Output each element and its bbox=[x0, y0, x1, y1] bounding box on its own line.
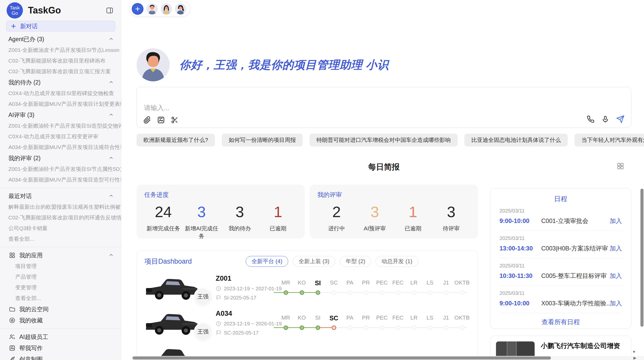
add-agent-button[interactable] bbox=[132, 3, 143, 15]
milestone-dot-pending bbox=[396, 325, 400, 330]
project-media: 王强 bbox=[144, 273, 209, 302]
screenshot-button[interactable] bbox=[171, 116, 179, 124]
ai-super-staff-label: AI超级员工 bbox=[19, 333, 48, 341]
sidebar-item-my-apps[interactable]: 我的应用 bbox=[0, 250, 121, 261]
milestone-label: PEC bbox=[376, 279, 388, 286]
stats-row: 任务进度 24 新增完成任务 3 新增AI完成任务 3 bbox=[137, 185, 478, 238]
input-tools-right bbox=[587, 115, 624, 123]
agent-avatar-1[interactable] bbox=[147, 3, 158, 14]
view-all-schedule-link[interactable]: 查看所有日程 bbox=[500, 318, 622, 326]
truck-image bbox=[144, 308, 199, 337]
section-label: Agent已办 (3) bbox=[8, 35, 44, 43]
stat-value: 3 bbox=[432, 201, 470, 223]
sidebar-item-product-management[interactable]: 产品管理 bbox=[0, 272, 121, 282]
section-header-recent-chats[interactable]: 最近对话 bbox=[0, 190, 121, 202]
join-button[interactable]: 加入 bbox=[610, 244, 622, 252]
suggestion-chip[interactable]: 当下年轻人对汽车外观有怎样的喜好趋势 bbox=[575, 134, 644, 146]
sidebar-item-creative-drawing[interactable]: 创意制图 bbox=[0, 354, 121, 360]
section-header-agent-done[interactable]: Agent已办 (3) bbox=[0, 34, 121, 45]
send-button[interactable] bbox=[616, 115, 624, 123]
chevron-up-icon bbox=[108, 36, 114, 42]
attach-file-button[interactable] bbox=[143, 116, 151, 124]
view-all-apps-link[interactable]: 查看全部... bbox=[0, 293, 121, 304]
flag-icon bbox=[216, 295, 221, 301]
tab-all-new-body[interactable]: 全新上装 (3) bbox=[293, 256, 335, 267]
milestone-label: LS bbox=[427, 314, 433, 321]
sidebar-item-change-management[interactable]: 变更管理 bbox=[0, 282, 121, 293]
chat-input[interactable] bbox=[144, 104, 525, 112]
schedule-name: C003|H0B-方案冻结评审 bbox=[541, 244, 610, 252]
stat-label: 进行中 bbox=[317, 225, 356, 232]
project-row-z001[interactable]: 王强 Z001 2023-12-19 ~ 2027-01-19 SI-2025-… bbox=[144, 273, 470, 302]
milestone-dots bbox=[278, 324, 470, 331]
agent-avatar-2[interactable] bbox=[161, 3, 172, 14]
suggestion-chip[interactable]: 比亚迪全固态电池计划具体说了什么 bbox=[464, 134, 568, 146]
sidebar-item-cloud-space[interactable]: 我的云空间 bbox=[0, 304, 121, 315]
schedule-time: 9:00-10:00 bbox=[500, 217, 538, 224]
agents-pill bbox=[130, 1, 190, 17]
project-owner-badge: 王强 bbox=[194, 288, 212, 306]
recent-chat-item[interactable]: 解释最新出台的欧盟报废车法规再生塑料比例被调至15%... bbox=[0, 202, 121, 212]
milestone-dot-done bbox=[316, 325, 320, 330]
sidebar-item[interactable]: C0X4-动力总成开发项目工程变更评审 bbox=[0, 131, 121, 142]
sidebar-item[interactable]: C02-飞腾新能源轻客改款项目里程碑画布 bbox=[0, 55, 121, 66]
tab-all-new-platform[interactable]: 全新平台 (4) bbox=[246, 256, 288, 267]
schedule-item: 2025/03/11 9:00-10:00 C001-立项审批会 加入 bbox=[500, 203, 622, 231]
milestone-track: MR KO SI SC PA PR PEC FEC LR LS J1 bbox=[278, 279, 470, 296]
suggestion-chip[interactable]: 特朗普可能对进口汽车增税会对中国车企造成哪些影响 bbox=[310, 134, 458, 146]
sidebar-item-ai-super-staff[interactable]: AI超级员工 bbox=[0, 331, 121, 342]
topbar: 王强 bbox=[137, 0, 644, 18]
section-header-ai-review[interactable]: AI评审 (3) bbox=[0, 109, 121, 121]
project-flag: SC-2025-05-17 bbox=[216, 330, 276, 336]
recent-chat-item[interactable]: C02-飞腾新能源轻客改款项目的闭环通告反馈情况 bbox=[0, 212, 121, 223]
horizontal-scrollbar[interactable] bbox=[131, 356, 644, 360]
microphone-button[interactable] bbox=[602, 115, 609, 123]
sidebar-item[interactable]: C0X4-动力总成开发项目SI里程碑提交物检查 bbox=[0, 88, 121, 99]
recent-chat-item[interactable]: 公司Q3轻卡销量 bbox=[0, 223, 121, 234]
new-chat-button[interactable]: 新对话 bbox=[6, 21, 115, 32]
layout-toggle-button[interactable] bbox=[617, 162, 624, 170]
project-row-a034[interactable]: 王强 A034 2023-12-19 ~ 2026-01-19 SC-2025-… bbox=[144, 308, 470, 337]
sidebar-item-favorites[interactable]: 我的收藏 bbox=[0, 315, 121, 326]
sidebar-item-help-me-write[interactable]: 帮我写作 bbox=[0, 342, 121, 354]
section-header-my-todo[interactable]: 我的待办 (2) bbox=[0, 77, 121, 88]
horizontal-scrollbar-thumb[interactable] bbox=[133, 356, 551, 359]
join-button[interactable]: 加入 bbox=[610, 299, 622, 307]
sidebar-item[interactable]: Z001-全新燃油皮卡产品开发项目SI节点Lesson Learn报告 bbox=[0, 45, 121, 55]
greeting-text: 你好，王强，我是你的项目管理助理 小识 bbox=[179, 57, 389, 72]
tab-year-model[interactable]: 年型 (2) bbox=[340, 256, 371, 267]
milestone-label: PA bbox=[346, 314, 354, 321]
milestone-dots bbox=[278, 289, 470, 296]
view-all-chats-link[interactable]: 查看全部... bbox=[0, 234, 121, 244]
sidebar-collapse-button[interactable] bbox=[106, 7, 113, 14]
suggestion-chip[interactable]: 欧洲新规最近颁布了什么? bbox=[137, 134, 215, 146]
stat-new-ai-completed: 3 新增AI完成任务 bbox=[182, 201, 221, 240]
sidebar-item[interactable]: A034-全新新能源MUV产品开发项目造型可行性评审 bbox=[0, 174, 121, 185]
agent-avatar-3[interactable] bbox=[175, 3, 186, 14]
sidebar-item[interactable]: A034-全新新能源MUV产品开发项目计划变更表编写 bbox=[0, 99, 121, 109]
join-button[interactable]: 加入 bbox=[610, 217, 622, 225]
join-button[interactable]: 加入 bbox=[610, 272, 622, 280]
tab-powertrain-dev[interactable]: 动总开发 (1) bbox=[376, 256, 418, 267]
vertical-scrollbar-thumb[interactable] bbox=[640, 189, 643, 327]
assistant-avatar bbox=[137, 48, 170, 81]
sidebar-item[interactable]: A034-全新新能源MUV产品开发项目法规符合性评审 bbox=[0, 142, 121, 153]
sidebar-item[interactable]: C02-飞腾新能源轻客改款项目立项汇报方案 bbox=[0, 66, 121, 77]
greeting-section: 你好，王强，我是你的项目管理助理 小识 bbox=[137, 48, 644, 81]
upload-image-button[interactable] bbox=[157, 116, 165, 124]
sidebar-item-project-management[interactable]: 项目管理 bbox=[0, 261, 121, 272]
section-header-my-review[interactable]: 我的评审 (2) bbox=[0, 153, 121, 164]
milestone-label: OKTB bbox=[455, 279, 470, 286]
sidebar-item[interactable]: Z001-全新燃油轻卡产品开发项目SI造型提交物评审 bbox=[0, 121, 121, 131]
schedule-item: 2025/03/11 9:00-10:00 X003-车辆动力学性能验... 加… bbox=[500, 286, 622, 313]
sidebar-item[interactable]: Z001-全新燃油轻卡产品开发项目SI节点属性5D文件评审 bbox=[0, 164, 121, 174]
project-date-range: 2023-12-19 ~ 2026-01-19 bbox=[224, 321, 282, 327]
voice-call-button[interactable] bbox=[587, 115, 594, 123]
stat-overdue: 1 已逾期 bbox=[259, 201, 297, 240]
suggestion-chip[interactable]: 如何写一份清晰的项目周报 bbox=[222, 134, 303, 146]
scroll-right-arrow-icon[interactable]: ▶ bbox=[633, 356, 636, 360]
logo-line2: Go bbox=[11, 10, 18, 16]
project-media: 王强 bbox=[144, 308, 209, 337]
stat-review-overdue: 1 已逾期 bbox=[394, 201, 432, 232]
scroll-down-arrow-icon[interactable]: ▼ bbox=[632, 350, 636, 354]
